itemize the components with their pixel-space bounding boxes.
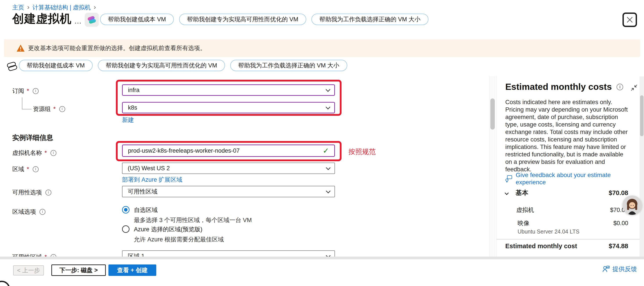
suggestion-low-cost-vm[interactable]: 帮助我创建低成本 VM <box>100 14 174 25</box>
info-icon[interactable]: i <box>59 106 65 112</box>
collapse-panel-icon[interactable] <box>630 84 638 92</box>
vm-name-label: 虚拟机名称* i <box>12 149 56 157</box>
resource-group-dropdown[interactable]: k8s <box>122 102 335 113</box>
panel-divider-line <box>496 77 497 286</box>
region-dropdown[interactable]: (US) West US 2 <box>122 163 335 174</box>
radio-unselected-icon <box>122 225 130 233</box>
cost-item-amount: $0.00 <box>613 220 628 227</box>
info-icon[interactable]: i <box>616 84 623 90</box>
connector-line <box>22 98 22 109</box>
subscription-label: 订阅* i <box>12 87 39 95</box>
copilot-icon[interactable] <box>85 13 99 27</box>
feedback-person-icon <box>602 265 610 273</box>
radio-selected-icon <box>122 206 130 213</box>
divider <box>496 239 644 239</box>
cost-total-amount: $74.88 <box>609 242 628 250</box>
cost-total-label: Estimated monthly cost <box>505 242 577 250</box>
cost-disclaimer: Costs indicated here are estimates only.… <box>505 98 630 173</box>
zone-options-label: 区域选项 i <box>12 208 46 216</box>
zone-option-azure-desc: 允许 Azure 根据需要分配最佳区域 <box>134 235 224 243</box>
cost-total-row: Estimated monthly cost $74.88 <box>505 242 628 250</box>
more-options-icon[interactable]: … <box>74 17 82 25</box>
copilot-suggestions-top: 帮助我创建低成本 VM 帮助我创建专为实现高可用性而优化的 VM 帮助我为工作负… <box>100 14 428 25</box>
suggestion-high-availability-vm[interactable]: 帮助我创建专为实现高可用性而优化的 VM <box>179 14 306 25</box>
info-icon[interactable]: i <box>50 150 56 156</box>
chevron-right-icon: › <box>27 3 30 11</box>
info-icon[interactable]: i <box>46 190 51 195</box>
suggestion-right-vm-size[interactable]: 帮助我为工作负载选择正确的 VM 大小 <box>230 60 347 71</box>
connector-line <box>22 109 32 109</box>
subscription-dropdown[interactable]: infra <box>122 84 335 96</box>
footer-bar: < 上一步 下一步: 磁盘 > 查看 + 创建 <box>0 259 644 286</box>
breadcrumb: 主页 › 计算基础结构 | 虚拟机 › <box>12 4 96 12</box>
review-create-button[interactable]: 查看 + 创建 <box>108 264 156 276</box>
chevron-down-icon <box>326 165 330 170</box>
chevron-down-icon <box>326 105 330 109</box>
zone-option-azure-label: Azure 选择的区域(预览版) <box>134 225 224 233</box>
previous-button[interactable]: < 上一步 <box>13 265 44 275</box>
copilot-logo-icon <box>87 15 96 24</box>
zone-option-self-label: 自选区域 <box>134 206 252 214</box>
suggestion-high-availability-vm[interactable]: 帮助我创建专为实现高可用性而优化的 VM <box>98 60 225 71</box>
main-scrollbar-track[interactable] <box>490 77 495 286</box>
cost-item-name: 映像 <box>518 219 530 227</box>
zone-option-self-radio[interactable]: 自选区域 最多选择 3 个可用性区域，每个区域一台 VM <box>122 206 252 224</box>
presenter-avatar[interactable] <box>622 195 642 215</box>
footer-divider <box>0 256 644 259</box>
estimate-feedback-link[interactable]: Give feedback about your estimate experi… <box>505 171 634 186</box>
check-icon: ✓ <box>323 146 329 155</box>
cost-item-detail: Ubuntu Server 24.04 LTS <box>518 228 580 235</box>
copilot-outline-icon[interactable] <box>6 61 18 73</box>
info-icon[interactable]: i <box>33 166 39 172</box>
panel-scrollbar-track[interactable] <box>640 77 644 259</box>
create-vm-page: 主页 › 计算基础结构 | 虚拟机 › 创建虚拟机 … 帮助我创建低成本 VM … <box>0 0 644 286</box>
vm-name-input[interactable]: prod-usw2-k8s-freeleaps-worker-nodes-07 … <box>122 145 335 157</box>
warning-banner: 更改基本选项可能会重置所做的选择。创建虚拟机前查看所有选项。 <box>4 39 640 57</box>
next-disks-button[interactable]: 下一步: 磁盘 > <box>51 264 106 276</box>
cost-item-row: 虚拟机 $70.08 <box>505 206 628 214</box>
chevron-right-icon: › <box>94 3 96 11</box>
cost-panel-title: Estimated monthly costs i <box>505 82 623 92</box>
zone-option-self-desc: 最多选择 3 个可用性区域，每个区域一台 VM <box>134 216 252 224</box>
page-title: 创建虚拟机 <box>12 11 72 27</box>
warning-icon <box>16 44 25 52</box>
panel-scrollbar-thumb[interactable] <box>640 95 644 136</box>
breadcrumb-home[interactable]: 主页 <box>12 4 24 12</box>
cost-item-name: 虚拟机 <box>516 206 534 214</box>
cost-group-name: 基本 <box>516 188 528 197</box>
cost-group-row[interactable]: 基本 $70.08 <box>505 188 628 197</box>
close-icon <box>626 16 634 24</box>
feedback-bubbles-icon <box>505 174 513 183</box>
availability-options-label: 可用性选项 i <box>12 188 51 196</box>
cost-item-row: 映像 $0.00 <box>505 219 628 227</box>
main-scrollbar-thumb[interactable] <box>490 98 495 130</box>
zone-option-azure-radio[interactable]: Azure 选择的区域(预览版) 允许 Azure 根据需要分配最佳区域 <box>122 225 224 243</box>
info-icon[interactable]: i <box>40 209 46 215</box>
copilot-suggestions-row: 帮助我创建低成本 VM 帮助我创建专为实现高可用性而优化的 VM 帮助我为工作负… <box>19 60 347 71</box>
breadcrumb-compute-vm[interactable]: 计算基础结构 | 虚拟机 <box>32 4 91 12</box>
warning-text: 更改基本选项可能会重置所做的选择。创建虚拟机前查看所有选项。 <box>28 44 206 52</box>
resource-group-label: 资源组* i <box>33 105 65 113</box>
instance-details-header: 实例详细信息 <box>12 133 53 142</box>
close-button[interactable] <box>622 13 637 27</box>
info-icon[interactable]: i <box>33 88 39 94</box>
extended-zone-link[interactable]: 部署到 Azure 扩展区域 <box>122 176 182 184</box>
availability-options-dropdown[interactable]: 可用性区域 <box>122 186 335 197</box>
chevron-down-icon <box>504 191 508 195</box>
chevron-down-icon <box>326 189 330 193</box>
chevron-down-icon <box>326 87 330 92</box>
cost-group-amount: $70.08 <box>609 189 628 197</box>
give-feedback-link[interactable]: 提供反馈 <box>602 265 637 273</box>
suggestion-low-cost-vm[interactable]: 帮助我创建低成本 VM <box>19 60 93 71</box>
create-new-link[interactable]: 新建 <box>122 116 134 124</box>
suggestion-right-vm-size[interactable]: 帮助我为工作负载选择正确的 VM 大小 <box>312 14 428 25</box>
region-label: 区域* i <box>12 165 39 173</box>
annotation-text: 按照规范 <box>348 147 376 156</box>
